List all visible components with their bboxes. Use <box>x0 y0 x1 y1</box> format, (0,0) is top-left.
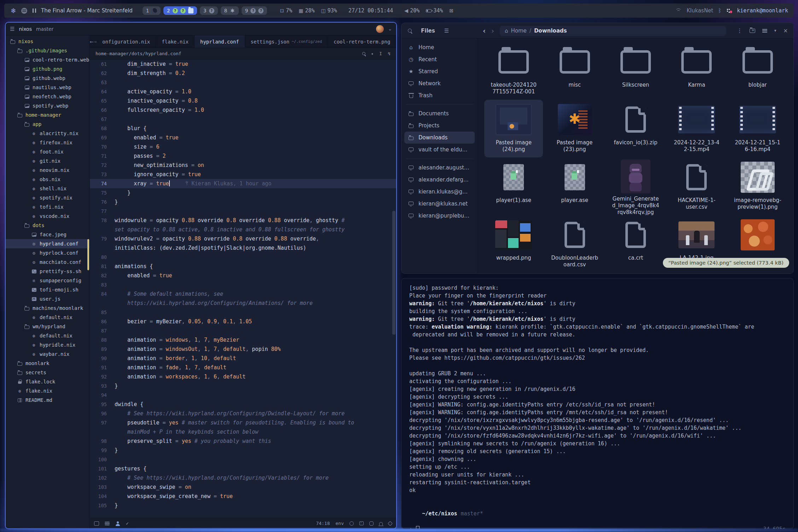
now-playing[interactable]: The Final Arrow - Marc Streitenfeld <box>41 7 133 14</box>
code-line-64[interactable]: 64 active_opacity = 1.0 <box>90 87 396 96</box>
file-item-player-ase[interactable]: player.ase <box>545 157 604 215</box>
sidebar-item-network[interactable]: Network <box>404 77 475 89</box>
chat-icon[interactable] <box>369 521 374 526</box>
tree-item-sunpaperconfig[interactable]: ≡sunpaperconfig <box>6 276 89 285</box>
code-line-63[interactable]: 63 <box>90 78 396 87</box>
volume-stat[interactable]: ◀20% <box>404 7 420 14</box>
new-folder-icon[interactable] <box>750 29 755 33</box>
workspace-8[interactable]: 8✱ <box>221 6 239 15</box>
code-line-92[interactable]: 92 animation = workspaces, 1, 6, default <box>90 372 396 381</box>
path-bar[interactable]: ⌂ Home / Downloads <box>500 26 726 36</box>
panel-scroll-marker[interactable] <box>87 239 89 270</box>
code-line-62[interactable]: 62 dim_strength = 0.2 <box>90 69 396 78</box>
terminal-window[interactable]: [sudo] password for kierank:Place your f… <box>401 278 794 529</box>
file-item-2024-12-22-13-4[interactable]: 2024-12-22_13-4 2-15.mp4 <box>667 100 726 157</box>
code-line-wrap[interactable]: https://wiki.hyprland.org/Configuring/An… <box>90 299 396 308</box>
tree-item-machines-moonlark[interactable]: machines/moonlark <box>6 303 89 313</box>
nav-forward-button[interactable]: → <box>93 35 97 48</box>
tree-item-neofetch-webp[interactable]: neofetch.webp <box>6 92 89 101</box>
code-line-70[interactable]: 70 size = 6 <box>90 142 396 151</box>
tree-item-flake-lock[interactable]: flake.lock <box>6 377 89 386</box>
file-item-takeout-2024120[interactable]: takeout-2024120 7T155714Z-001 <box>484 42 543 100</box>
file-item-hackatime-1-[interactable]: HACKATIME-1- user.csv <box>667 157 726 215</box>
prompt-input-line[interactable]: › 34.695s <box>409 525 786 529</box>
code-line-wrap[interactable]: set opacity to 0.88 active, 0.8 inactive… <box>90 225 396 234</box>
menu-icon[interactable]: ☰ <box>10 26 15 32</box>
code-line-90[interactable]: 90 animation = border, 1, 10, default <box>90 354 396 363</box>
code-line-79[interactable]: 79windowrulev2 = opacity 0.88 override 0… <box>90 234 396 243</box>
code-line-66[interactable]: 66 fullscreen_opacity = 1.0 <box>90 105 396 115</box>
tree-item-spotify-nix[interactable]: ❆spotify.nix <box>6 193 89 202</box>
sidebar-item-kieran-klukas-net[interactable]: kieran@klukas.net <box>404 198 475 210</box>
bluetooth-icon[interactable]: ᛒ <box>718 7 721 14</box>
breadcrumb[interactable]: home-manager/dots/hyprland.conf <box>96 51 181 56</box>
tree-item-neovim-nix[interactable]: ❆neovim.nix <box>6 166 89 175</box>
workspace-3[interactable]: 3? <box>200 6 218 15</box>
code-line-80[interactable]: 80 <box>90 253 396 262</box>
file-item-player-1-ase[interactable]: player(1).ase <box>484 157 543 215</box>
crumb-current[interactable]: Downloads <box>534 28 567 34</box>
code-line-105[interactable]: 105} <box>90 501 396 510</box>
tree-item-tofi-nix[interactable]: ❆tofi.nix <box>6 202 89 212</box>
back-button[interactable]: ‹ <box>483 27 486 35</box>
file-item-wrapped-png[interactable]: wrapped.png <box>484 215 543 273</box>
nav-back-button[interactable]: ← <box>90 35 93 48</box>
tree-item-secrets[interactable]: secrets <box>6 368 89 377</box>
tree-item-macchiato-conf[interactable]: ⚙macchiato.conf <box>6 258 89 267</box>
file-item-ca-crt[interactable]: ca.crt <box>606 215 665 273</box>
code-line-88[interactable]: 88 animation = windows, 1, 7, myBezier <box>90 335 396 345</box>
tree-item-face-jpeg[interactable]: face.jpeg <box>6 230 89 239</box>
sidebar-item-trash[interactable]: Trash <box>404 89 475 102</box>
tree-item-tofi-emoji-sh[interactable]: tofi-emoji.sh <box>6 285 89 294</box>
crumb-home[interactable]: Home <box>511 28 527 34</box>
tree-item-readme-md[interactable]: README.md <box>6 395 89 405</box>
tree-item-firefox-nix[interactable]: ❆firefox.nix <box>6 138 89 147</box>
copilot-icon[interactable] <box>349 521 354 526</box>
sidebar-item-alesander-august-[interactable]: alesander.august… <box>404 162 475 174</box>
code-line-94[interactable]: 94 <box>90 391 396 400</box>
code-line-93[interactable]: 93} <box>90 381 396 391</box>
code-line-104[interactable]: 104 workspace_swipe_create_new = true <box>90 492 396 501</box>
code-line-101[interactable]: 101gestures { <box>90 464 396 473</box>
tree-item-hyprland-conf[interactable]: ⚙hyprland.conf <box>6 239 89 248</box>
pause-icon[interactable] <box>33 8 36 13</box>
tree-item-github-webp[interactable]: github.webp <box>6 74 89 83</box>
tree-item-app[interactable]: app <box>6 120 89 129</box>
network-name[interactable]: KlukasNet <box>687 7 713 14</box>
file-item-doubloonleaderb[interactable]: DoubloonLeaderb oard.csv <box>545 215 604 273</box>
tree-item-waybar-nix[interactable]: ❆waybar.nix <box>6 349 89 359</box>
home-icon[interactable]: ⌂ <box>505 28 508 34</box>
files-headerbar[interactable]: Files ☰ ‹ › ⌂ Home / Downloads ⋮ ▾ × <box>401 23 793 39</box>
sidebar-item-alexander-defarg-[interactable]: alexander.defarg… <box>404 174 475 186</box>
view-toggle-icon[interactable] <box>762 29 767 33</box>
wifi-icon[interactable] <box>675 8 682 13</box>
code-line-wrap[interactable]: initialClass: (dev.zed.Zed|spotify|Slack… <box>90 243 396 253</box>
diagnostics-check-icon[interactable]: ✓ <box>126 521 129 526</box>
cursor-position[interactable]: 74:18 <box>316 521 330 526</box>
code-line-84[interactable]: 84 # Some default animations, see <box>90 289 396 299</box>
sidebar-item-kieran-klukas-g-[interactable]: kieran.klukas@g… <box>404 186 475 198</box>
code-line-81[interactable]: 81animations { <box>90 262 396 271</box>
tab-hyprland-conf[interactable]: hyprland.conf <box>195 35 245 48</box>
sidebar-item-vault-of-the-eldu-[interactable]: vault of the eldu… <box>404 144 475 156</box>
code-line-61[interactable]: 61 dim_inactive = true <box>90 59 396 69</box>
file-item-blobjar[interactable]: blobjar <box>728 42 787 100</box>
outline-icon[interactable] <box>105 522 110 525</box>
search-icon[interactable] <box>362 52 365 55</box>
file-item-silkscreen[interactable]: Silkscreen <box>606 42 665 100</box>
code-editor[interactable]: 61 dim_inactive = true62 dim_strength = … <box>90 59 396 518</box>
code-line-65[interactable]: 65 inactive_opacity = 0.8 <box>90 96 396 105</box>
sidebar-item-downloads[interactable]: Downloads <box>404 132 475 144</box>
inline-assist-icon[interactable]: ✦ <box>371 51 374 56</box>
code-line-87[interactable]: 87 <box>90 326 396 335</box>
nixos-logo-icon[interactable]: ❄ <box>10 7 17 14</box>
git-branch[interactable]: master <box>36 26 53 32</box>
env-label[interactable]: env <box>336 521 344 526</box>
sidebar-item-recent[interactable]: ◷Recent <box>404 53 475 65</box>
view-dropdown-icon[interactable]: ▾ <box>774 28 776 33</box>
diff-icon[interactable] <box>94 521 99 526</box>
mic-muted-icon[interactable]: ⊠ <box>449 8 453 13</box>
code-line-99[interactable]: 99} <box>90 446 396 455</box>
code-line-91[interactable]: 91 animation = fade, 1, 7, default <box>90 363 396 372</box>
tree-item-shell-nix[interactable]: ❆shell.nix <box>6 184 89 193</box>
